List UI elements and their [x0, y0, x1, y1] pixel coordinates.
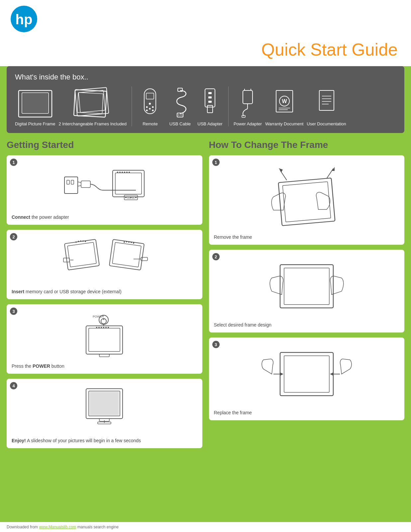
svg-text:hp: hp [15, 12, 32, 27]
svg-rect-71 [112, 242, 141, 267]
svg-rect-62 [67, 242, 96, 267]
step-4-desc: Enjoy! A slideshow of your pictures will… [10, 438, 199, 445]
svg-marker-105 [332, 167, 335, 171]
svg-rect-42 [64, 177, 78, 194]
main-content: Getting Started 1 [0, 133, 411, 460]
svg-marker-113 [330, 372, 333, 376]
hp-logo: hp [10, 5, 38, 35]
usb-adapter-label: USB Adapter [197, 121, 222, 126]
svg-point-65 [80, 240, 81, 242]
svg-point-89 [103, 327, 104, 328]
box-heading: What's inside the box.. [15, 73, 396, 81]
box-section: What's inside the box.. Digital Picture … [7, 66, 404, 133]
change-step-3-text: Replace the frame [214, 410, 252, 415]
step-1-number: 1 [10, 159, 17, 166]
power-adapter-icon [237, 89, 258, 119]
svg-rect-10 [146, 93, 154, 99]
svg-point-75 [131, 242, 132, 243]
svg-point-55 [117, 172, 118, 173]
svg-rect-85 [89, 328, 120, 351]
divider-1 [132, 86, 132, 126]
svg-point-58 [124, 172, 125, 173]
title-bar: Quick Start Guide [0, 38, 411, 66]
box-item-warranty: W Warranty Document [265, 89, 303, 126]
step-3-bold: POWER [33, 363, 50, 369]
footer-link[interactable]: www.Manualslib.com [39, 525, 76, 529]
usb-adapter-icon [200, 87, 220, 119]
svg-rect-92 [99, 354, 109, 357]
change-step-1-desc: Remove the frame [212, 234, 401, 241]
svg-rect-48 [113, 170, 144, 197]
svg-point-56 [119, 172, 121, 173]
change-step-2-desc: Select desired frame design [212, 322, 401, 329]
change-step-3-image [212, 341, 401, 407]
svg-point-59 [126, 172, 128, 173]
svg-point-64 [78, 241, 79, 242]
getting-started-section: Getting Started 1 [7, 140, 202, 453]
footer: Downloaded from www.Manualslib.com manua… [0, 522, 411, 532]
divider-2 [228, 86, 229, 126]
svg-rect-23 [207, 105, 213, 113]
step-2-card: 2 [7, 230, 202, 299]
step-4-image [10, 382, 199, 435]
svg-point-91 [108, 327, 109, 328]
change-step-2-number: 2 [212, 253, 220, 260]
svg-point-67 [85, 241, 86, 242]
warranty-label: Warranty Document [265, 121, 303, 126]
step-4-bold: Enjoy! [12, 438, 26, 443]
box-item-power-adapter: Power Adapter [234, 89, 262, 126]
box-item-usb-cable: USB Cable [167, 87, 193, 126]
svg-rect-109 [284, 356, 329, 392]
box-items-container: Digital Picture Frame 2 Interchangeable … [15, 86, 396, 126]
header: hp [0, 0, 411, 38]
svg-line-46 [78, 182, 81, 183]
svg-marker-111 [280, 372, 283, 376]
svg-rect-45 [81, 181, 90, 188]
svg-rect-101 [282, 182, 331, 222]
step-2-image [10, 233, 199, 286]
user-doc-label: User Documentation [307, 121, 346, 126]
svg-rect-27 [243, 90, 253, 104]
svg-point-53 [130, 197, 132, 198]
svg-point-15 [146, 110, 148, 111]
step-2-desc: Insert memory card or USB storage device… [10, 289, 199, 296]
change-step-2-image [212, 253, 401, 320]
svg-point-52 [125, 197, 127, 198]
step-1-text: the power adapter [30, 214, 69, 220]
svg-text:W: W [282, 98, 287, 104]
svg-point-63 [75, 241, 77, 243]
svg-rect-96 [90, 392, 119, 415]
step-2-bold: Insert [12, 289, 24, 294]
step-4-card: 4 Enjoy! A slideshow of your pictures wi… [7, 379, 202, 448]
step-1-image: DC IN [10, 159, 199, 212]
change-step-2-card: 2 Select desired frame design [209, 250, 405, 332]
svg-rect-106 [280, 265, 333, 308]
svg-point-88 [101, 327, 102, 328]
svg-point-60 [129, 172, 130, 173]
step-1-card: 1 DC IN [7, 155, 202, 225]
svg-rect-4 [23, 94, 48, 112]
svg-point-87 [98, 327, 100, 328]
svg-rect-43 [67, 180, 69, 184]
digital-frame-icon [17, 89, 53, 119]
change-step-3-desc: Replace the frame [212, 410, 401, 417]
svg-line-104 [327, 169, 333, 179]
svg-point-90 [105, 327, 107, 328]
step-1-bold: Connect [12, 214, 30, 220]
svg-point-73 [126, 241, 127, 242]
step-3-desc: Press the POWER button [10, 363, 199, 370]
step-4-number: 4 [10, 382, 17, 389]
svg-rect-49 [115, 173, 142, 194]
change-step-1-image [212, 159, 401, 232]
svg-rect-24 [208, 92, 212, 94]
svg-rect-108 [280, 352, 333, 396]
svg-rect-8 [77, 92, 103, 114]
box-item-usb-adapter: USB Adapter [197, 87, 223, 126]
change-step-1-card: 1 Remove the frame [209, 155, 405, 245]
change-step-3-number: 3 [212, 341, 220, 348]
svg-point-13 [152, 106, 154, 108]
remote-icon [141, 87, 159, 119]
change-step-1-number: 1 [212, 159, 220, 166]
step-2-number: 2 [10, 233, 17, 240]
user-doc-icon [317, 89, 337, 119]
